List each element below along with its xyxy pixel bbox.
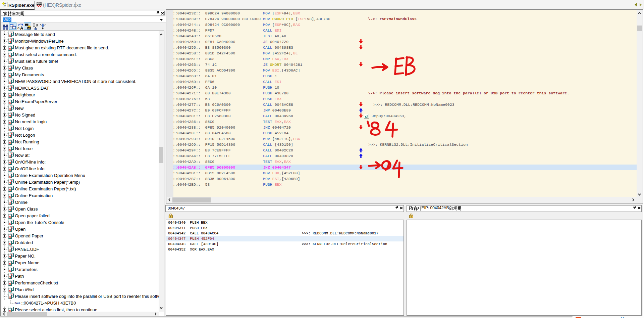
svg-text:xx: xx [25, 24, 28, 26]
svg-text:xx: xx [28, 28, 30, 30]
svg-text:a: a [17, 26, 20, 30]
svg-text:A: A [20, 26, 23, 30]
svg-text:01: 01 [4, 5, 7, 7]
